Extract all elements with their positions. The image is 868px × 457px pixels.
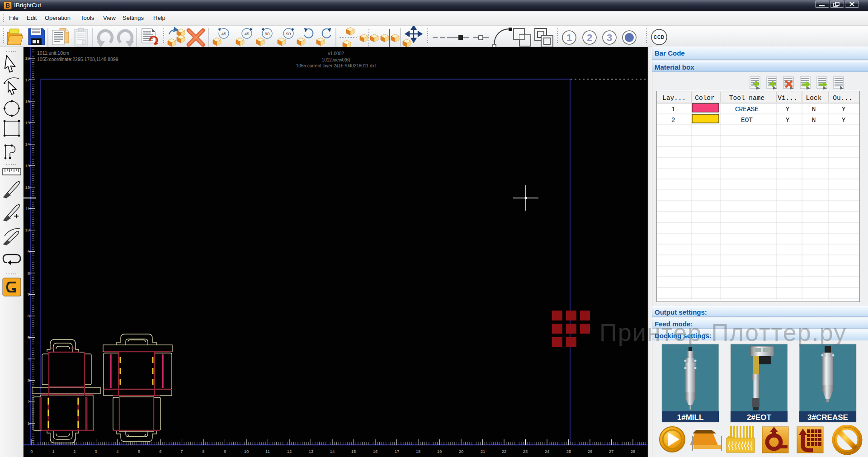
svg-text:1#MILL: 1#MILL — [677, 413, 704, 422]
svg-text:17: 17 — [25, 77, 30, 82]
svg-text:Lay...: Lay... — [662, 94, 686, 102]
svg-text:3: 3 — [607, 32, 612, 43]
svg-text:6: 6 — [159, 449, 161, 454]
svg-text:4: 4 — [116, 449, 118, 454]
svg-text:2: 2 — [73, 449, 75, 454]
svg-text:1011:unit:10cm: 1011:unit:10cm — [37, 50, 69, 56]
svg-text:CCD: CCD — [654, 35, 665, 40]
svg-text:2: 2 — [671, 117, 675, 124]
svg-text:14: 14 — [330, 449, 335, 454]
svg-text:18: 18 — [416, 449, 421, 454]
svg-text:N: N — [812, 117, 816, 124]
svg-text:8: 8 — [28, 271, 30, 276]
svg-text:3: 3 — [28, 378, 30, 383]
svg-text:5: 5 — [28, 335, 30, 340]
svg-text:21: 21 — [481, 449, 486, 454]
svg-text:20: 20 — [459, 449, 464, 454]
svg-text:2: 2 — [28, 399, 30, 404]
svg-text:25: 25 — [566, 449, 571, 454]
svg-text:27: 27 — [609, 449, 614, 454]
svg-text:12: 12 — [25, 185, 30, 190]
svg-text:19: 19 — [437, 449, 442, 454]
svg-text:Y: Y — [842, 117, 846, 124]
svg-text:CREASE: CREASE — [735, 106, 759, 113]
svg-text:18: 18 — [25, 56, 30, 61]
svg-text:13: 13 — [309, 449, 314, 454]
svg-text:1: 1 — [52, 449, 54, 454]
svg-text:11: 11 — [265, 449, 270, 454]
svg-text:Tool name: Tool name — [729, 94, 764, 102]
svg-text:10: 10 — [25, 227, 30, 232]
svg-text:10: 10 — [244, 449, 249, 454]
svg-text:5: 5 — [138, 449, 140, 454]
svg-text:24: 24 — [545, 449, 550, 454]
svg-text:6: 6 — [28, 313, 30, 318]
svg-text:EOT: EOT — [741, 117, 753, 124]
svg-text:N: N — [812, 106, 816, 113]
svg-text:15: 15 — [25, 120, 30, 125]
svg-text:22: 22 — [502, 449, 507, 454]
svg-text:90: 90 — [265, 31, 270, 36]
svg-text:23: 23 — [523, 449, 528, 454]
svg-text:28: 28 — [631, 449, 636, 454]
svg-text:4: 4 — [28, 357, 30, 362]
svg-text:1: 1 — [671, 106, 675, 113]
svg-text:12: 12 — [287, 449, 292, 454]
svg-text:Color: Color — [695, 94, 715, 102]
svg-text:9: 9 — [28, 249, 30, 254]
svg-text:Y: Y — [786, 117, 790, 124]
svg-text:13: 13 — [25, 163, 30, 168]
svg-text:9: 9 — [224, 449, 226, 454]
svg-text:17: 17 — [395, 449, 400, 454]
svg-text:7: 7 — [180, 449, 183, 454]
svg-text:1055:current layer:2@E:\040218: 1055:current layer:2@E:\040218011.dxf — [296, 63, 376, 68]
svg-text:Ou...: Ou... — [833, 94, 853, 102]
svg-text:1: 1 — [566, 32, 572, 43]
svg-text:45: 45 — [245, 31, 250, 36]
svg-text:1: 1 — [28, 421, 30, 426]
svg-text:2#EOT: 2#EOT — [747, 413, 771, 422]
svg-text:11: 11 — [25, 206, 30, 211]
svg-text:8: 8 — [202, 449, 204, 454]
svg-text:15: 15 — [351, 449, 356, 454]
svg-text:7: 7 — [28, 292, 30, 297]
svg-text:2: 2 — [587, 32, 592, 43]
svg-text:90: 90 — [286, 31, 291, 36]
svg-text:v1.0002: v1.0002 — [328, 51, 344, 56]
svg-text:Y: Y — [786, 106, 790, 113]
svg-text:26: 26 — [588, 449, 593, 454]
svg-text:Lock: Lock — [806, 94, 822, 102]
svg-text:45: 45 — [222, 31, 226, 36]
svg-text:16: 16 — [373, 449, 378, 454]
svg-text:0: 0 — [30, 449, 33, 454]
svg-text:16: 16 — [25, 99, 30, 104]
svg-text:14: 14 — [25, 141, 30, 146]
svg-text:1055:coordinate:2295.1708,1148: 1055:coordinate:2295.1708,1148.8899 — [37, 57, 118, 62]
svg-text:Y: Y — [842, 106, 846, 113]
svg-text:3#CREASE: 3#CREASE — [807, 413, 848, 422]
svg-text:3: 3 — [94, 449, 97, 454]
svg-text:Vi...: Vi... — [778, 94, 797, 102]
svg-text:1012:view0(6): 1012:view0(6) — [322, 57, 350, 62]
